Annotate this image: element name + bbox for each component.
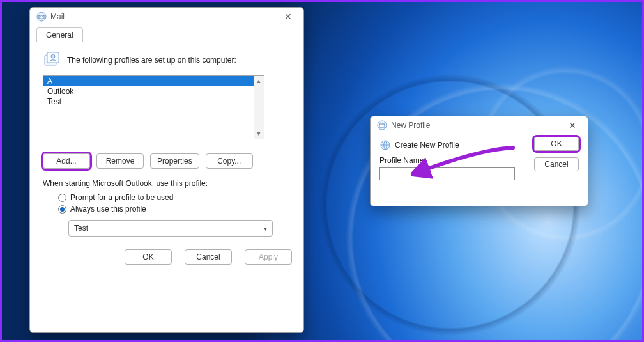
remove-button[interactable]: Remove (96, 153, 144, 169)
profile-name-input[interactable] (379, 167, 515, 180)
start-profile-label: When starting Microsoft Outlook, use thi… (43, 179, 291, 188)
create-profile-heading: Create New Profile (395, 141, 459, 150)
cancel-button[interactable]: Cancel (185, 249, 232, 265)
new-profile-dialog: New Profile ✕ Create New Profile Profile… (370, 116, 588, 206)
globe-icon (379, 139, 391, 151)
mail-title: Mail (50, 12, 65, 21)
ok-button[interactable]: OK (125, 249, 172, 265)
radio-prompt[interactable]: Prompt for a profile to be used (58, 193, 291, 202)
add-button[interactable]: Add... (43, 153, 90, 169)
close-button[interactable]: ✕ (564, 119, 581, 132)
mail-icon (377, 120, 387, 130)
new-profile-title: New Profile (391, 121, 430, 130)
ok-button[interactable]: OK (534, 137, 579, 151)
cancel-button[interactable]: Cancel (534, 157, 579, 171)
chevron-down-icon: ▾ (264, 225, 267, 232)
tab-general[interactable]: General (36, 27, 83, 42)
radio-icon (58, 205, 66, 214)
new-profile-titlebar[interactable]: New Profile ✕ (371, 116, 588, 134)
copy-button[interactable]: Copy... (206, 153, 253, 169)
radio-prompt-label: Prompt for a profile to be used (70, 193, 173, 202)
profile-combo[interactable]: Test ▾ (68, 220, 273, 237)
close-icon: ✕ (569, 120, 576, 130)
list-item[interactable]: Test (43, 97, 264, 107)
properties-button[interactable]: Properties (150, 153, 199, 169)
mail-dialog: Mail ✕ General The following profiles ar… (29, 7, 304, 333)
scroll-up-icon[interactable]: ▲ (254, 76, 264, 86)
close-button[interactable]: ✕ (279, 10, 297, 23)
intro-text: The following profiles are set up on thi… (67, 56, 236, 65)
list-item[interactable]: A (43, 76, 264, 86)
radio-always[interactable]: Always use this profile (58, 205, 291, 214)
radio-always-label: Always use this profile (70, 205, 146, 214)
list-item[interactable]: Outlook (43, 86, 264, 97)
profiles-icon (43, 51, 61, 69)
radio-icon (58, 194, 66, 202)
apply-button: Apply (245, 249, 292, 265)
scroll-down-icon[interactable]: ▼ (254, 128, 264, 139)
scrollbar[interactable]: ▲ ▼ (254, 76, 264, 139)
mail-icon (36, 12, 47, 22)
mail-titlebar[interactable]: Mail ✕ (30, 8, 303, 26)
profile-combo-value: Test (74, 224, 88, 233)
close-icon: ✕ (284, 12, 292, 22)
profiles-listbox[interactable]: A Outlook Test ▲ ▼ (43, 75, 264, 139)
svg-point-3 (51, 54, 55, 58)
profile-name-label: Profile Name: (379, 156, 525, 165)
